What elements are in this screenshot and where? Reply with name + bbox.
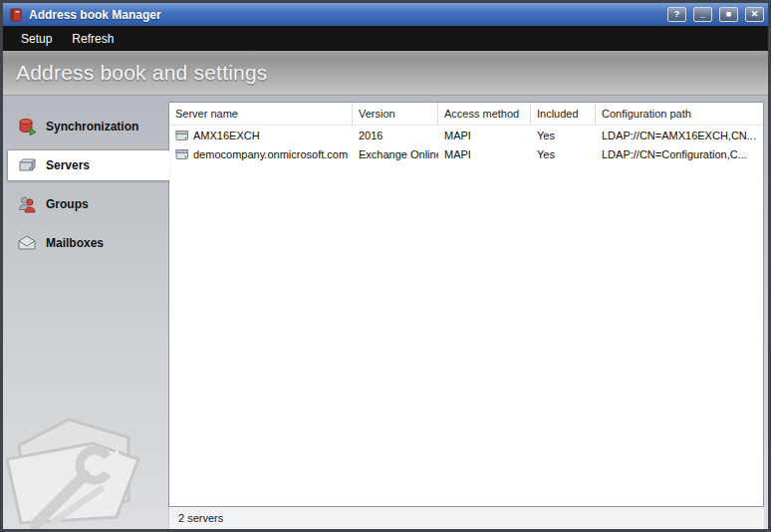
window-title: Address book Manager: [29, 8, 660, 22]
cell-version: Exchange Online: [353, 148, 438, 160]
servers-table-header: Server name Version Access method Includ…: [169, 103, 763, 126]
sidebar-item-label: Servers: [46, 158, 90, 172]
column-header-access-method[interactable]: Access method: [438, 103, 531, 125]
column-header-version[interactable]: Version: [353, 103, 438, 125]
server-row-icon: [175, 130, 189, 141]
server-count-status: 2 servers: [178, 512, 223, 524]
cell-included: Yes: [531, 148, 596, 160]
cell-access-method: MAPI: [438, 148, 531, 160]
page-title: Address book and settings: [16, 61, 268, 85]
groups-icon: [17, 194, 37, 214]
status-bar: 2 servers: [168, 507, 764, 529]
app-window: Address book Manager ? _ ■ ✕ Setup Refre…: [0, 0, 771, 532]
cell-server-name: AMX16EXCH: [193, 130, 260, 141]
maximize-button[interactable]: ■: [719, 7, 738, 22]
sidebar-item-synchronization[interactable]: Synchronization: [7, 111, 168, 142]
cell-configuration-path: LDAP://CN=Configuration,C...: [596, 148, 763, 160]
table-row[interactable]: democompany.onmicrosoft.com Exchange Onl…: [169, 144, 763, 163]
content-area: Synchronization Servers: [3, 96, 768, 529]
cell-server-name: democompany.onmicrosoft.com: [193, 148, 348, 160]
help-button[interactable]: ?: [667, 7, 686, 22]
sidebar-item-label: Synchronization: [46, 120, 138, 133]
column-header-configuration-path[interactable]: Configuration path: [596, 103, 763, 125]
sidebar-nav: Synchronization Servers: [3, 96, 168, 529]
sidebar-item-label: Mailboxes: [46, 236, 104, 250]
title-bar: Address book Manager ? _ ■ ✕: [3, 3, 768, 26]
menu-item-setup[interactable]: Setup: [11, 26, 62, 51]
page-header: Address book and settings: [3, 51, 768, 96]
sidebar-item-servers[interactable]: Servers: [7, 149, 169, 181]
main-column: Server name Version Access method Includ…: [168, 96, 768, 529]
table-row[interactable]: AMX16EXCH 2016 MAPI Yes LDAP://CN=AMX16E…: [169, 126, 763, 144]
minimize-button[interactable]: _: [693, 7, 712, 22]
folder-wrench-watermark-icon: [3, 384, 146, 529]
cell-version: 2016: [353, 130, 438, 141]
servers-panel: Server name Version Access method Includ…: [168, 102, 764, 507]
column-header-server-name[interactable]: Server name: [169, 103, 353, 125]
cell-included: Yes: [531, 130, 596, 141]
sidebar-item-groups[interactable]: Groups: [7, 188, 168, 220]
close-button[interactable]: ✕: [745, 7, 764, 22]
synchronization-icon: [17, 117, 37, 136]
sidebar-item-mailboxes[interactable]: Mailboxes: [7, 227, 168, 259]
server-row-icon: [175, 148, 189, 160]
cell-configuration-path: LDAP://CN=AMX16EXCH,CN...: [596, 130, 763, 141]
sidebar-item-label: Groups: [46, 197, 89, 211]
column-header-included[interactable]: Included: [531, 103, 596, 125]
menu-item-refresh[interactable]: Refresh: [62, 26, 124, 51]
cell-access-method: MAPI: [438, 130, 531, 141]
app-book-icon: [8, 7, 24, 23]
menu-bar: Setup Refresh: [3, 26, 768, 51]
servers-icon: [17, 155, 37, 175]
mailboxes-icon: [17, 233, 37, 253]
